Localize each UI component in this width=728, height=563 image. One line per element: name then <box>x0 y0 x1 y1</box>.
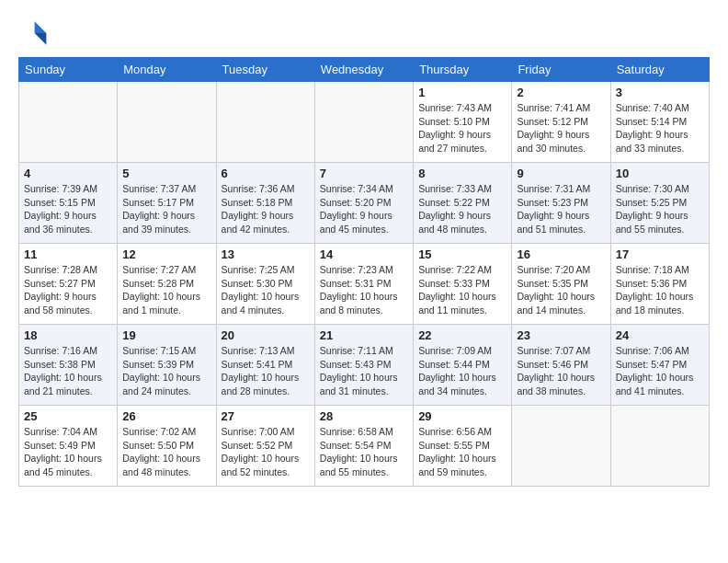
day-number: 23 <box>517 328 605 342</box>
day-detail: Sunrise: 7:06 AM Sunset: 5:47 PM Dayligh… <box>616 344 704 398</box>
calendar-day-23: 20Sunrise: 7:13 AM Sunset: 5:41 PM Dayli… <box>216 325 314 406</box>
day-detail: Sunrise: 7:40 AM Sunset: 5:14 PM Dayligh… <box>616 101 704 155</box>
day-detail: Sunrise: 7:43 AM Sunset: 5:10 PM Dayligh… <box>418 101 506 155</box>
day-number: 12 <box>122 247 210 261</box>
day-detail: Sunrise: 7:28 AM Sunset: 5:27 PM Dayligh… <box>24 263 112 317</box>
calendar-day-4: 1Sunrise: 7:43 AM Sunset: 5:10 PM Daylig… <box>414 82 512 163</box>
day-number: 11 <box>24 247 112 261</box>
day-detail: Sunrise: 7:25 AM Sunset: 5:30 PM Dayligh… <box>222 263 310 317</box>
day-number: 8 <box>418 167 506 180</box>
calendar-day-13: 10Sunrise: 7:30 AM Sunset: 5:25 PM Dayli… <box>610 163 709 244</box>
day-detail: Sunrise: 7:22 AM Sunset: 5:33 PM Dayligh… <box>418 263 506 317</box>
day-number: 5 <box>122 167 210 180</box>
calendar-day-32: 29Sunrise: 6:56 AM Sunset: 5:55 PM Dayli… <box>414 406 512 487</box>
calendar-day-33 <box>512 406 610 487</box>
day-number: 14 <box>320 247 408 261</box>
day-number: 28 <box>320 409 408 423</box>
calendar-week-1: 1Sunrise: 7:43 AM Sunset: 5:10 PM Daylig… <box>19 82 710 163</box>
calendar-day-20: 17Sunrise: 7:18 AM Sunset: 5:36 PM Dayli… <box>610 244 709 325</box>
calendar-day-25: 22Sunrise: 7:09 AM Sunset: 5:44 PM Dayli… <box>414 325 512 406</box>
day-number: 24 <box>616 328 704 342</box>
column-header-saturday: Saturday <box>610 58 709 82</box>
calendar-day-31: 28Sunrise: 6:58 AM Sunset: 5:54 PM Dayli… <box>314 406 413 487</box>
day-number: 20 <box>222 328 310 342</box>
day-detail: Sunrise: 7:34 AM Sunset: 5:20 PM Dayligh… <box>320 182 408 236</box>
calendar-day-10: 7Sunrise: 7:34 AM Sunset: 5:20 PM Daylig… <box>314 163 413 244</box>
day-number: 22 <box>418 328 506 342</box>
svg-marker-0 <box>35 21 47 33</box>
calendar-week-5: 25Sunrise: 7:04 AM Sunset: 5:49 PM Dayli… <box>19 406 710 487</box>
day-detail: Sunrise: 7:37 AM Sunset: 5:17 PM Dayligh… <box>122 182 210 236</box>
calendar-week-2: 4Sunrise: 7:39 AM Sunset: 5:15 PM Daylig… <box>19 163 710 244</box>
calendar-day-2 <box>216 82 314 163</box>
calendar-day-18: 15Sunrise: 7:22 AM Sunset: 5:33 PM Dayli… <box>414 244 512 325</box>
day-number: 21 <box>320 328 408 342</box>
day-detail: Sunrise: 7:31 AM Sunset: 5:23 PM Dayligh… <box>517 182 605 236</box>
day-number: 3 <box>616 86 704 99</box>
day-detail: Sunrise: 7:16 AM Sunset: 5:38 PM Dayligh… <box>24 344 112 398</box>
calendar-day-3 <box>314 82 413 163</box>
calendar-day-8: 5Sunrise: 7:37 AM Sunset: 5:17 PM Daylig… <box>118 163 216 244</box>
svg-marker-1 <box>35 33 47 45</box>
day-detail: Sunrise: 7:41 AM Sunset: 5:12 PM Dayligh… <box>517 101 605 155</box>
day-number: 13 <box>222 247 310 261</box>
column-header-wednesday: Wednesday <box>314 58 413 82</box>
calendar-day-34 <box>610 406 709 487</box>
calendar-day-29: 26Sunrise: 7:02 AM Sunset: 5:50 PM Dayli… <box>118 406 216 487</box>
day-number: 16 <box>517 247 605 261</box>
day-detail: Sunrise: 7:11 AM Sunset: 5:43 PM Dayligh… <box>320 344 408 398</box>
column-header-sunday: Sunday <box>19 58 118 82</box>
day-detail: Sunrise: 6:56 AM Sunset: 5:55 PM Dayligh… <box>418 425 506 479</box>
calendar-day-21: 18Sunrise: 7:16 AM Sunset: 5:38 PM Dayli… <box>19 325 118 406</box>
column-header-friday: Friday <box>512 58 610 82</box>
day-detail: Sunrise: 7:13 AM Sunset: 5:41 PM Dayligh… <box>222 344 310 398</box>
calendar-day-6: 3Sunrise: 7:40 AM Sunset: 5:14 PM Daylig… <box>610 82 709 163</box>
calendar-day-11: 8Sunrise: 7:33 AM Sunset: 5:22 PM Daylig… <box>414 163 512 244</box>
day-detail: Sunrise: 7:15 AM Sunset: 5:39 PM Dayligh… <box>122 344 210 398</box>
day-number: 1 <box>418 86 506 99</box>
calendar-day-27: 24Sunrise: 7:06 AM Sunset: 5:47 PM Dayli… <box>610 325 709 406</box>
day-detail: Sunrise: 7:20 AM Sunset: 5:35 PM Dayligh… <box>517 263 605 317</box>
day-detail: Sunrise: 7:23 AM Sunset: 5:31 PM Dayligh… <box>320 263 408 317</box>
calendar-day-17: 14Sunrise: 7:23 AM Sunset: 5:31 PM Dayli… <box>314 244 413 325</box>
page-header <box>18 18 710 48</box>
day-detail: Sunrise: 6:58 AM Sunset: 5:54 PM Dayligh… <box>320 425 408 479</box>
calendar-day-12: 9Sunrise: 7:31 AM Sunset: 5:23 PM Daylig… <box>512 163 610 244</box>
calendar-day-14: 11Sunrise: 7:28 AM Sunset: 5:27 PM Dayli… <box>19 244 118 325</box>
calendar-week-4: 18Sunrise: 7:16 AM Sunset: 5:38 PM Dayli… <box>19 325 710 406</box>
calendar-day-5: 2Sunrise: 7:41 AM Sunset: 5:12 PM Daylig… <box>512 82 610 163</box>
calendar-day-22: 19Sunrise: 7:15 AM Sunset: 5:39 PM Dayli… <box>118 325 216 406</box>
day-detail: Sunrise: 7:39 AM Sunset: 5:15 PM Dayligh… <box>24 182 112 236</box>
day-detail: Sunrise: 7:27 AM Sunset: 5:28 PM Dayligh… <box>122 263 210 317</box>
day-number: 9 <box>517 167 605 180</box>
day-detail: Sunrise: 7:33 AM Sunset: 5:22 PM Dayligh… <box>418 182 506 236</box>
day-detail: Sunrise: 7:09 AM Sunset: 5:44 PM Dayligh… <box>418 344 506 398</box>
day-number: 6 <box>222 167 310 180</box>
calendar-day-19: 16Sunrise: 7:20 AM Sunset: 5:35 PM Dayli… <box>512 244 610 325</box>
logo <box>18 18 51 48</box>
day-detail: Sunrise: 7:07 AM Sunset: 5:46 PM Dayligh… <box>517 344 605 398</box>
column-header-monday: Monday <box>118 58 216 82</box>
logo-icon <box>18 18 48 48</box>
day-number: 10 <box>616 167 704 180</box>
day-number: 4 <box>24 167 112 180</box>
calendar-week-3: 11Sunrise: 7:28 AM Sunset: 5:27 PM Dayli… <box>19 244 710 325</box>
day-detail: Sunrise: 7:18 AM Sunset: 5:36 PM Dayligh… <box>616 263 704 317</box>
day-number: 18 <box>24 328 112 342</box>
day-number: 2 <box>517 86 605 99</box>
day-number: 29 <box>418 409 506 423</box>
calendar-day-1 <box>118 82 216 163</box>
calendar-day-7: 4Sunrise: 7:39 AM Sunset: 5:15 PM Daylig… <box>19 163 118 244</box>
calendar-day-9: 6Sunrise: 7:36 AM Sunset: 5:18 PM Daylig… <box>216 163 314 244</box>
day-detail: Sunrise: 7:04 AM Sunset: 5:49 PM Dayligh… <box>24 425 112 479</box>
day-number: 15 <box>418 247 506 261</box>
day-detail: Sunrise: 7:36 AM Sunset: 5:18 PM Dayligh… <box>222 182 310 236</box>
day-number: 27 <box>222 409 310 423</box>
calendar-day-0 <box>19 82 118 163</box>
calendar-day-30: 27Sunrise: 7:00 AM Sunset: 5:52 PM Dayli… <box>216 406 314 487</box>
calendar-day-24: 21Sunrise: 7:11 AM Sunset: 5:43 PM Dayli… <box>314 325 413 406</box>
day-number: 26 <box>122 409 210 423</box>
day-detail: Sunrise: 7:30 AM Sunset: 5:25 PM Dayligh… <box>616 182 704 236</box>
calendar-day-28: 25Sunrise: 7:04 AM Sunset: 5:49 PM Dayli… <box>19 406 118 487</box>
day-number: 7 <box>320 167 408 180</box>
